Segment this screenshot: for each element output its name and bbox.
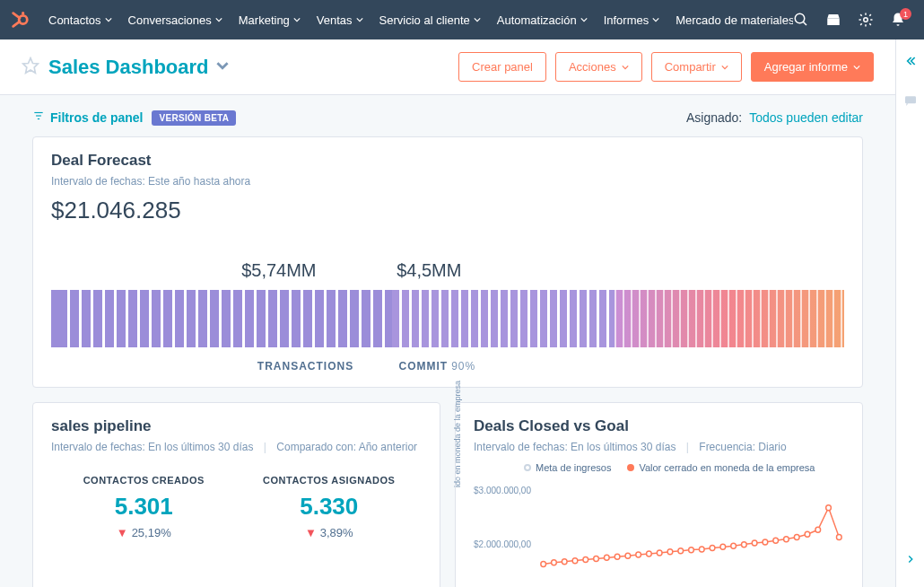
forecast-axis-commit: COMMIT90% [399,360,525,372]
metric-value: 5.330 [237,493,423,521]
svg-point-31 [742,542,747,548]
deal-forecast-card: Deal Forecast Intervalo de fechas: Este … [32,136,863,388]
svg-point-29 [720,544,726,549]
marketplace-icon[interactable] [825,12,841,28]
svg-point-24 [667,549,673,555]
svg-point-26 [689,548,694,553]
metric-change: ▼ 3,89% [237,526,423,539]
svg-point-15 [572,558,578,564]
svg-point-13 [552,560,557,565]
forecast-total: $21.046.285 [51,197,844,224]
search-icon[interactable] [793,12,809,28]
svg-point-35 [784,537,789,542]
nav-servicio[interactable]: Servicio al cliente [372,8,488,32]
card-meta: Intervalo de fechas: Este año hasta ahor… [51,175,844,188]
actions-button[interactable]: Acciones [555,52,642,82]
assigned-info: Asignado: Todos pueden editar [686,110,863,125]
metric-label: CONTACTOS CREADOS [51,475,237,486]
legend-goal[interactable]: Meta de ingresos [524,462,611,473]
card-title: sales pipeline [51,417,422,435]
metric-contactos-creados: CONTACTOS CREADOS 5.301 ▼ 25,19% [51,475,237,539]
svg-rect-41 [905,96,916,103]
nav-ventas[interactable]: Ventas [309,8,370,32]
svg-point-22 [647,551,652,556]
legend-closed[interactable]: Valor cerrado en moneda de la empresa [627,462,815,473]
y-axis: $3.000.000,00 $2.000.000,00 [474,478,535,586]
favorite-star-icon[interactable] [22,57,39,78]
filter-icon [32,110,45,126]
y-tick: $2.000.000,00 [474,539,531,549]
dashboard-selector-caret[interactable] [216,59,229,75]
svg-point-3 [22,12,24,14]
metric-change: ▼ 25,19% [51,526,237,539]
hubspot-logo[interactable] [9,9,31,31]
metric-value: 5.301 [51,493,237,521]
svg-line-2 [13,22,20,27]
deals-closed-vs-goal-card: Deals Closed vs Goal Intervalo de fechas… [455,402,863,587]
svg-point-27 [699,547,704,552]
settings-icon[interactable] [858,12,874,28]
forecast-axis-transactions: TRANSACTIONS [257,360,383,372]
page-header: Sales Dashboard Crear panel Acciones Com… [0,39,895,95]
card-meta: Intervalo de fechas: En los últimos 30 d… [474,441,844,453]
svg-point-23 [657,550,662,556]
nav-informes[interactable]: Informes [597,8,667,32]
dashboard-row-2: sales pipeline Intervalo de fechas: En l… [32,402,863,587]
forecast-seg2-value: $4,5MM [397,260,504,281]
nav-automatizacion[interactable]: Automatización [490,8,595,32]
svg-rect-6 [827,19,840,26]
forecast-segment-transactions[interactable] [51,290,392,347]
forecast-bar-chart [51,290,844,347]
y-tick: $3.000.000,00 [474,486,531,495]
metric-label: CONTACTOS ASIGNADOS [237,475,423,486]
pipeline-metrics: CONTACTOS CREADOS 5.301 ▼ 25,19% CONTACT… [51,475,422,539]
card-meta: Intervalo de fechas: En los últimos 30 d… [51,441,422,453]
svg-point-17 [594,556,599,561]
svg-point-33 [763,539,768,545]
svg-point-28 [710,545,715,550]
notifications-icon[interactable]: 1 [890,12,906,28]
svg-point-7 [864,18,868,22]
svg-point-16 [583,557,588,563]
sales-pipeline-card: sales pipeline Intervalo de fechas: En l… [32,402,440,587]
comments-rail-icon[interactable] [903,93,918,111]
dashboard-title[interactable]: Sales Dashboard [48,56,209,79]
dashboard-content: Deal Forecast Intervalo de fechas: Este … [0,136,895,587]
svg-point-21 [636,552,641,557]
expand-rail-icon[interactable] [904,553,917,569]
card-title: Deal Forecast [51,152,844,170]
add-report-button[interactable]: Agregar informe [751,52,874,82]
down-caret-icon: ▼ [305,526,317,539]
nav-marketing[interactable]: Marketing [231,8,308,32]
chart-plot-area[interactable] [538,478,844,586]
forecast-seg1-value: $5,74MM [241,260,349,281]
svg-marker-8 [23,57,39,73]
forecast-segment-commit[interactable] [392,290,615,347]
svg-point-32 [752,540,757,546]
nav-mercado[interactable]: Mercado de materiales [668,8,793,32]
nav-conversaciones[interactable]: Conversaciones [121,8,230,32]
svg-point-4 [795,13,805,23]
svg-line-1 [13,13,20,19]
notification-badge: 1 [900,8,911,20]
svg-point-38 [815,527,821,532]
svg-line-5 [803,22,806,25]
create-panel-button[interactable]: Crear panel [458,52,546,82]
svg-point-39 [826,505,832,511]
share-button[interactable]: Compartir [651,52,742,82]
nav-right: 1 [793,12,915,28]
deals-chart: ido en moneda de la empresa $3.000.000,0… [474,478,844,586]
svg-point-19 [615,554,620,559]
collapse-rail-icon[interactable] [903,54,918,72]
assigned-link[interactable]: Todos pueden editar [749,110,863,125]
svg-point-18 [604,555,609,560]
right-rail [895,39,924,587]
panel-filters-link[interactable]: Filtros de panel [50,110,143,125]
header-actions: Crear panel Acciones Compartir Agregar i… [458,52,874,82]
nav-contactos[interactable]: Contactos [41,8,119,32]
svg-point-34 [773,538,779,543]
forecast-value-labels: $5,74MM $4,5MM [51,260,844,281]
svg-point-37 [805,531,810,537]
nav-items: Contactos Conversaciones Marketing Venta… [41,8,793,32]
forecast-segment-remainder[interactable] [615,290,844,347]
